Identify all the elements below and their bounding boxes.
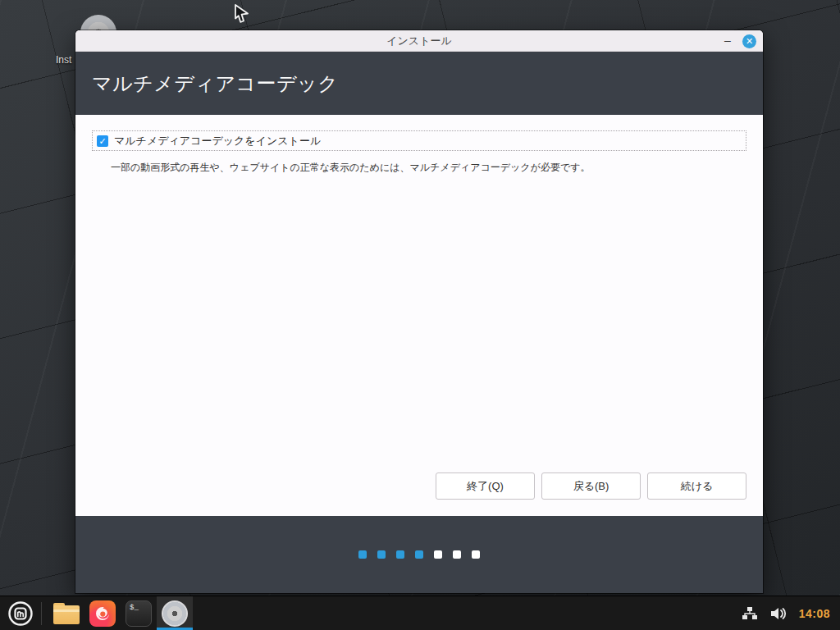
progress-step-5-todo xyxy=(434,550,442,559)
mouse-cursor xyxy=(232,3,252,25)
wizard-progress xyxy=(75,516,763,593)
installer-window: インストール – ✕ マルチメディアコーデック ✓ マルチメディアコーデックをイ… xyxy=(75,30,763,593)
page-title: マルチメディアコーデック xyxy=(92,71,338,97)
progress-step-6-todo xyxy=(453,550,461,559)
checkbox-checked-icon[interactable]: ✓ xyxy=(97,135,108,147)
checkbox-label: マルチメディアコーデックをインストール xyxy=(114,134,321,148)
launcher-file-manager[interactable] xyxy=(48,596,84,630)
launcher-firefox[interactable] xyxy=(84,596,121,630)
wizard-buttons: 終了(Q) 戻る(B) 続ける xyxy=(436,472,746,500)
continue-button[interactable]: 続ける xyxy=(647,472,746,500)
firefox-icon xyxy=(89,600,116,627)
window-title: インストール xyxy=(75,34,763,48)
minimize-button[interactable]: – xyxy=(723,36,733,46)
page-content: ✓ マルチメディアコーデックをインストール 一部の動画形式の再生や、ウェブサイト… xyxy=(75,115,763,516)
progress-step-4-done xyxy=(415,550,423,559)
install-codecs-checkbox-row[interactable]: ✓ マルチメディアコーデックをインストール xyxy=(92,130,746,151)
terminal-icon: $_ xyxy=(126,600,152,627)
progress-step-1-done xyxy=(358,550,367,559)
launcher-installer-active[interactable] xyxy=(157,596,193,630)
folder-icon xyxy=(53,603,80,624)
codecs-description: 一部の動画形式の再生や、ウェブサイトの正常な表示のためには、マルチメディアコーデ… xyxy=(111,161,746,175)
mint-menu-button[interactable] xyxy=(0,596,41,630)
mint-logo-icon xyxy=(7,600,34,627)
page-header: マルチメディアコーデック xyxy=(75,52,763,115)
taskbar: $_ 14:08 xyxy=(0,596,840,630)
back-button[interactable]: 戻る(B) xyxy=(541,472,641,500)
launcher-terminal[interactable]: $_ xyxy=(121,596,157,630)
window-titlebar[interactable]: インストール – ✕ xyxy=(75,30,763,52)
close-button[interactable]: ✕ xyxy=(742,34,756,48)
network-tree-icon[interactable] xyxy=(742,606,758,621)
speaker-icon[interactable] xyxy=(769,606,788,621)
taskbar-separator xyxy=(41,602,42,625)
progress-step-7-todo xyxy=(472,550,480,559)
taskbar-clock[interactable]: 14:08 xyxy=(799,607,830,620)
progress-step-2-done xyxy=(377,550,386,559)
cd-disc-icon xyxy=(162,600,188,627)
progress-step-3-done xyxy=(396,550,404,559)
quit-button[interactable]: 終了(Q) xyxy=(436,472,535,500)
